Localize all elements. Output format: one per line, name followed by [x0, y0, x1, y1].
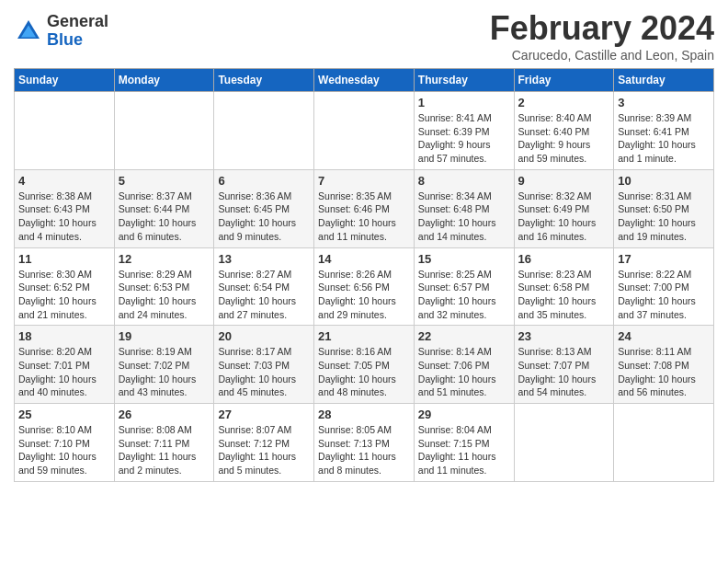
day-number: 28	[318, 408, 410, 421]
day-info: Sunrise: 8:07 AMSunset: 7:12 PMDaylight:…	[218, 423, 310, 477]
weekday-header: Tuesday	[214, 69, 314, 92]
calendar-week: 18Sunrise: 8:20 AMSunset: 7:01 PMDayligh…	[15, 326, 714, 404]
calendar-cell: 18Sunrise: 8:20 AMSunset: 7:01 PMDayligh…	[15, 326, 115, 404]
calendar-cell: 28Sunrise: 8:05 AMSunset: 7:13 PMDayligh…	[314, 404, 415, 482]
calendar-cell: 8Sunrise: 8:34 AMSunset: 6:48 PMDaylight…	[414, 169, 514, 247]
day-info: Sunrise: 8:22 AMSunset: 7:00 PMDaylight:…	[618, 268, 710, 322]
day-number: 11	[18, 252, 110, 266]
calendar-cell: 3Sunrise: 8:39 AMSunset: 6:41 PMDaylight…	[614, 92, 714, 170]
day-number: 23	[518, 329, 610, 343]
calendar-cell: 7Sunrise: 8:35 AMSunset: 6:46 PMDaylight…	[314, 169, 415, 247]
day-info: Sunrise: 8:17 AMSunset: 7:03 PMDaylight:…	[218, 345, 310, 399]
header-row: SundayMondayTuesdayWednesdayThursdayFrid…	[15, 69, 714, 92]
calendar-week: 11Sunrise: 8:30 AMSunset: 6:52 PMDayligh…	[15, 247, 714, 326]
day-number: 16	[518, 252, 610, 266]
calendar-cell: 21Sunrise: 8:16 AMSunset: 7:05 PMDayligh…	[314, 326, 415, 404]
logo-icon	[14, 17, 43, 46]
calendar-cell: 24Sunrise: 8:11 AMSunset: 7:08 PMDayligh…	[614, 326, 714, 404]
calendar-cell: 25Sunrise: 8:10 AMSunset: 7:10 PMDayligh…	[15, 404, 115, 482]
calendar-cell: 9Sunrise: 8:32 AMSunset: 6:49 PMDaylight…	[514, 169, 614, 247]
day-number: 7	[318, 174, 410, 188]
calendar-cell	[614, 404, 714, 482]
day-number: 8	[418, 174, 510, 188]
weekday-header: Wednesday	[314, 69, 415, 92]
day-info: Sunrise: 8:10 AMSunset: 7:10 PMDaylight:…	[18, 423, 110, 477]
day-info: Sunrise: 8:26 AMSunset: 6:56 PMDaylight:…	[318, 268, 410, 322]
calendar-cell	[214, 92, 314, 170]
day-number: 17	[618, 252, 710, 266]
day-info: Sunrise: 8:30 AMSunset: 6:52 PMDaylight:…	[18, 268, 110, 322]
day-number: 27	[218, 408, 310, 421]
day-number: 24	[618, 329, 710, 343]
day-info: Sunrise: 8:29 AMSunset: 6:53 PMDaylight:…	[119, 268, 210, 322]
calendar-cell: 1Sunrise: 8:41 AMSunset: 6:39 PMDaylight…	[414, 92, 514, 170]
weekday-header: Thursday	[414, 69, 514, 92]
calendar-cell: 16Sunrise: 8:23 AMSunset: 6:58 PMDayligh…	[514, 247, 614, 326]
day-info: Sunrise: 8:34 AMSunset: 6:48 PMDaylight:…	[418, 190, 510, 244]
day-info: Sunrise: 8:36 AMSunset: 6:45 PMDaylight:…	[218, 190, 310, 244]
logo-blue: Blue	[47, 31, 108, 50]
day-info: Sunrise: 8:14 AMSunset: 7:06 PMDaylight:…	[418, 345, 510, 399]
day-number: 18	[18, 329, 110, 343]
day-info: Sunrise: 8:35 AMSunset: 6:46 PMDaylight:…	[318, 190, 410, 244]
weekday-header: Friday	[514, 69, 614, 92]
day-info: Sunrise: 8:39 AMSunset: 6:41 PMDaylight:…	[618, 111, 710, 166]
day-number: 25	[18, 408, 110, 421]
calendar-cell: 22Sunrise: 8:14 AMSunset: 7:06 PMDayligh…	[414, 326, 514, 404]
day-number: 21	[318, 329, 410, 343]
day-number: 9	[518, 174, 610, 188]
header: General Blue February 2024 Carucedo, Cas…	[14, 9, 714, 63]
day-number: 10	[618, 174, 710, 188]
calendar-cell: 12Sunrise: 8:29 AMSunset: 6:53 PMDayligh…	[114, 247, 214, 326]
calendar-cell: 20Sunrise: 8:17 AMSunset: 7:03 PMDayligh…	[214, 326, 314, 404]
day-info: Sunrise: 8:04 AMSunset: 7:15 PMDaylight:…	[418, 423, 510, 477]
calendar-cell: 5Sunrise: 8:37 AMSunset: 6:44 PMDaylight…	[114, 169, 214, 247]
calendar-cell: 6Sunrise: 8:36 AMSunset: 6:45 PMDaylight…	[214, 169, 314, 247]
day-number: 22	[418, 329, 510, 343]
day-info: Sunrise: 8:19 AMSunset: 7:02 PMDaylight:…	[119, 345, 210, 399]
calendar-cell: 10Sunrise: 8:31 AMSunset: 6:50 PMDayligh…	[614, 169, 714, 247]
calendar-cell: 23Sunrise: 8:13 AMSunset: 7:07 PMDayligh…	[514, 326, 614, 404]
weekday-header: Saturday	[614, 69, 714, 92]
day-info: Sunrise: 8:38 AMSunset: 6:43 PMDaylight:…	[18, 190, 110, 244]
calendar-week: 1Sunrise: 8:41 AMSunset: 6:39 PMDaylight…	[15, 92, 714, 170]
day-info: Sunrise: 8:23 AMSunset: 6:58 PMDaylight:…	[518, 268, 610, 322]
calendar-cell: 15Sunrise: 8:25 AMSunset: 6:57 PMDayligh…	[414, 247, 514, 326]
calendar-cell	[15, 92, 115, 170]
calendar-cell: 17Sunrise: 8:22 AMSunset: 7:00 PMDayligh…	[614, 247, 714, 326]
logo: General Blue	[14, 13, 108, 50]
day-info: Sunrise: 8:13 AMSunset: 7:07 PMDaylight:…	[518, 345, 610, 399]
day-info: Sunrise: 8:16 AMSunset: 7:05 PMDaylight:…	[318, 345, 410, 399]
day-info: Sunrise: 8:32 AMSunset: 6:49 PMDaylight:…	[518, 190, 610, 244]
calendar-cell: 27Sunrise: 8:07 AMSunset: 7:12 PMDayligh…	[214, 404, 314, 482]
day-info: Sunrise: 8:05 AMSunset: 7:13 PMDaylight:…	[318, 423, 410, 477]
day-info: Sunrise: 8:08 AMSunset: 7:11 PMDaylight:…	[119, 423, 210, 477]
day-number: 5	[119, 174, 210, 188]
calendar-cell	[514, 404, 614, 482]
calendar: SundayMondayTuesdayWednesdayThursdayFrid…	[14, 68, 714, 482]
calendar-week: 4Sunrise: 8:38 AMSunset: 6:43 PMDaylight…	[15, 169, 714, 247]
weekday-header: Monday	[114, 69, 214, 92]
day-info: Sunrise: 8:11 AMSunset: 7:08 PMDaylight:…	[618, 345, 710, 399]
calendar-cell: 19Sunrise: 8:19 AMSunset: 7:02 PMDayligh…	[114, 326, 214, 404]
calendar-cell	[114, 92, 214, 170]
day-info: Sunrise: 8:27 AMSunset: 6:54 PMDaylight:…	[218, 268, 310, 322]
calendar-cell: 11Sunrise: 8:30 AMSunset: 6:52 PMDayligh…	[15, 247, 115, 326]
title-block: February 2024 Carucedo, Castille and Leo…	[490, 9, 714, 63]
calendar-cell	[314, 92, 415, 170]
day-number: 4	[18, 174, 110, 188]
calendar-cell: 29Sunrise: 8:04 AMSunset: 7:15 PMDayligh…	[414, 404, 514, 482]
day-info: Sunrise: 8:25 AMSunset: 6:57 PMDaylight:…	[418, 268, 510, 322]
day-number: 12	[119, 252, 210, 266]
logo-text: General Blue	[47, 13, 108, 50]
day-number: 19	[119, 329, 210, 343]
day-info: Sunrise: 8:31 AMSunset: 6:50 PMDaylight:…	[618, 190, 710, 244]
day-info: Sunrise: 8:41 AMSunset: 6:39 PMDaylight:…	[418, 111, 510, 166]
calendar-cell: 26Sunrise: 8:08 AMSunset: 7:11 PMDayligh…	[114, 404, 214, 482]
calendar-cell: 14Sunrise: 8:26 AMSunset: 6:56 PMDayligh…	[314, 247, 415, 326]
day-number: 15	[418, 252, 510, 266]
day-number: 2	[518, 96, 610, 109]
day-number: 29	[418, 408, 510, 421]
day-info: Sunrise: 8:40 AMSunset: 6:40 PMDaylight:…	[518, 111, 610, 166]
month-title: February 2024	[490, 9, 714, 48]
